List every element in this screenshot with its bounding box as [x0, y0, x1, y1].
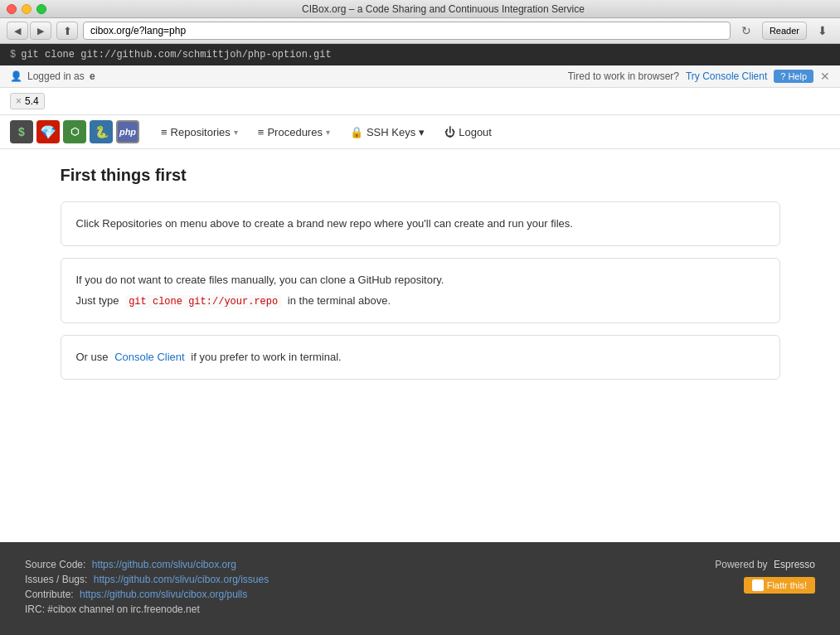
terminal-command: git clone git://github.com/schmittjoh/ph…: [21, 49, 331, 61]
flattr-label: Flattr this!: [767, 580, 807, 590]
python-icon: 🐍: [95, 125, 109, 138]
info-card-3-prefix: Or use: [76, 351, 109, 363]
power-icon: ⏻: [444, 126, 455, 138]
info-card-2-text2: Just type: [76, 294, 119, 307]
user-icon: 👤: [10, 70, 22, 82]
logout-label: Logout: [459, 126, 492, 138]
reader-button[interactable]: Reader: [762, 22, 807, 40]
footer: Source Code: https://github.com/slivu/ci…: [0, 542, 840, 635]
info-card-2-line2: Just type git clone git://your.repo in t…: [76, 293, 765, 309]
titlebar: CIBox.org – a Code Sharing and Continuou…: [0, 0, 840, 18]
url-text: cibox.org/e?lang=php: [90, 25, 186, 36]
repositories-menu-item[interactable]: ≡ Repositories ▾: [153, 123, 246, 142]
info-card-2: If you do not want to create files manua…: [61, 258, 780, 324]
footer-right: Powered by Espresso Flattr this!: [715, 559, 815, 594]
issues-link[interactable]: https://github.com/slivu/cibox.org/issue…: [94, 574, 269, 585]
main-content: First things first Click Repositories on…: [47, 149, 794, 408]
lang-icon-python[interactable]: 🐍: [90, 120, 113, 143]
issues-line: Issues / Bugs: https://github.com/slivu/…: [25, 574, 269, 585]
downloads-button[interactable]: ⬇: [812, 22, 833, 40]
info-card-3-suffix: if you prefer to work in terminal.: [191, 351, 341, 363]
lang-icon-node[interactable]: ⬡: [63, 120, 86, 143]
version-area: × 5.4: [0, 88, 840, 115]
powered-by-text: Powered by Espresso: [715, 559, 815, 570]
repositories-label: Repositories: [171, 126, 231, 138]
node-icon: ⬡: [70, 126, 79, 138]
ruby-icon: 💎: [40, 124, 56, 140]
help-label: Help: [788, 71, 807, 81]
procedures-label: Procedures: [267, 126, 322, 138]
browser-toolbar: ◀ ▶ ⬆ cibox.org/e?lang=php ↻ Reader ⬇: [0, 18, 840, 44]
help-button[interactable]: ? Help: [774, 70, 813, 83]
source-code-link[interactable]: https://github.com/slivu/cibox.org: [92, 559, 236, 570]
contribute-link[interactable]: https://github.com/slivu/cibox.org/pulls: [80, 589, 247, 600]
logged-in-bar: 👤 Logged in as e Tired to work in browse…: [0, 65, 840, 88]
procedures-icon: ≡: [258, 126, 265, 138]
share-button[interactable]: ⬆: [56, 22, 78, 40]
browser-window: CIBox.org – a Code Sharing and Continuou…: [0, 0, 840, 635]
close-notice-button[interactable]: ✕: [820, 70, 830, 82]
procedures-menu-item[interactable]: ≡ Procedures ▾: [250, 123, 338, 142]
traffic-lights: [7, 4, 46, 14]
dollar-icon: $: [18, 125, 25, 138]
ssh-keys-menu-item[interactable]: 🔒 SSH Keys ▾: [342, 123, 433, 142]
lang-icon-php[interactable]: php: [116, 120, 139, 143]
logged-in-label: Logged in as e: [27, 70, 95, 82]
lock-icon: 🔒: [350, 126, 363, 138]
repositories-icon: ≡: [161, 126, 168, 138]
info-card-3-text: Or use Console Client if you prefer to w…: [76, 349, 765, 366]
page-content: $ git clone git://github.com/schmittjoh/…: [0, 44, 840, 542]
flattr-icon: [752, 579, 764, 591]
address-bar[interactable]: cibox.org/e?lang=php: [83, 22, 731, 40]
window-title: CIBox.org – a Code Sharing and Continuou…: [53, 3, 833, 15]
tired-text: Tired to work in browser?: [568, 70, 679, 82]
terminal-prompt: $: [10, 49, 16, 61]
logged-in-right: Tired to work in browser? Try Console Cl…: [568, 70, 830, 83]
irc-line: IRC: #cibox channel on irc.freenode.net: [25, 603, 269, 615]
code-sample: git clone git://your.repo: [125, 295, 281, 308]
logout-menu-item[interactable]: ⏻ Logout: [436, 123, 500, 142]
contribute-line: Contribute: https://github.com/slivu/cib…: [25, 589, 269, 600]
espresso-link[interactable]: Espresso: [774, 559, 815, 570]
help-icon: ?: [780, 71, 785, 81]
repositories-caret: ▾: [234, 128, 238, 137]
version-value: 5.4: [25, 95, 39, 107]
minimize-button[interactable]: [22, 4, 32, 14]
info-card-1: Click Repositories on menu above to crea…: [61, 201, 780, 246]
footer-left: Source Code: https://github.com/slivu/ci…: [25, 559, 269, 618]
lang-icon-shell[interactable]: $: [10, 120, 33, 143]
console-client-link[interactable]: Try Console Client: [686, 70, 767, 82]
back-button[interactable]: ◀: [7, 22, 28, 40]
close-button[interactable]: [7, 4, 17, 14]
flattr-button[interactable]: Flattr this!: [744, 577, 815, 594]
maximize-button[interactable]: [36, 4, 46, 14]
info-card-2-text3: in the terminal above.: [288, 294, 391, 307]
ssh-keys-label: SSH Keys: [367, 126, 415, 138]
page-heading: First things first: [61, 166, 780, 185]
php-label: php: [119, 127, 136, 137]
version-remove-button[interactable]: ×: [16, 95, 22, 107]
info-card-2-line1: If you do not want to create files manua…: [76, 272, 765, 288]
nav-menu: $ 💎 ⬡ 🐍 php ≡ Repositories ▾ ≡ Proc: [0, 115, 840, 149]
ssh-keys-caret: ▾: [419, 126, 425, 138]
lang-icon-ruby[interactable]: 💎: [36, 120, 60, 143]
version-tag: × 5.4: [10, 93, 45, 109]
info-card-3: Or use Console Client if you prefer to w…: [61, 335, 780, 380]
console-client-inline-link[interactable]: Console Client: [114, 351, 185, 363]
logged-in-left: 👤 Logged in as e: [10, 70, 95, 82]
info-card-1-text: Click Repositories on menu above to crea…: [76, 216, 765, 232]
reload-button[interactable]: ↻: [736, 22, 757, 40]
terminal-bar: $ git clone git://github.com/schmittjoh/…: [0, 44, 840, 65]
procedures-caret: ▾: [326, 128, 330, 137]
forward-button[interactable]: ▶: [30, 22, 51, 40]
source-code-line: Source Code: https://github.com/slivu/ci…: [25, 559, 269, 570]
